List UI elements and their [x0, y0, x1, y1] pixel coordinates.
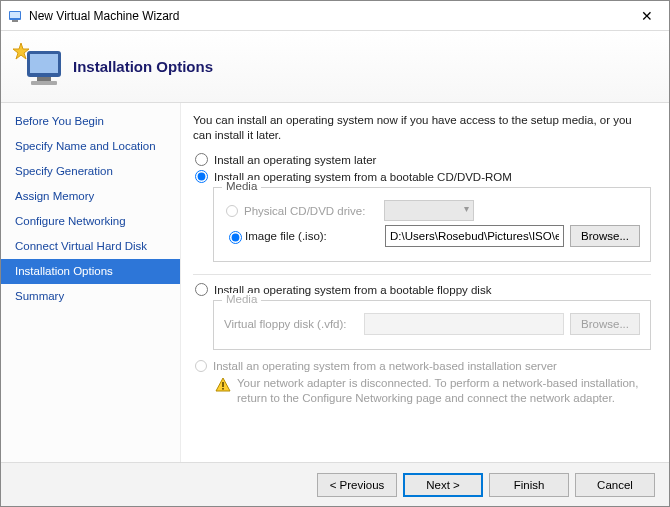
network-warning-text: Your network adapter is disconnected. To… [237, 376, 651, 406]
svg-rect-10 [222, 388, 224, 390]
option-install-later-label: Install an operating system later [214, 154, 376, 166]
radio-install-network [195, 360, 207, 372]
svg-rect-1 [10, 12, 20, 18]
browse-iso-button[interactable]: Browse... [570, 225, 640, 247]
app-icon [7, 8, 23, 24]
floppy-media-legend: Media [222, 293, 261, 305]
physical-drive-label: Physical CD/DVD drive: [244, 205, 384, 217]
close-button[interactable]: ✕ [624, 1, 669, 30]
svg-rect-2 [12, 20, 18, 22]
intro-text: You can install an operating system now … [193, 113, 651, 143]
radio-image-file[interactable] [229, 231, 242, 244]
radio-install-floppy[interactable] [195, 283, 208, 296]
svg-marker-3 [13, 43, 29, 59]
step-specify-generation[interactable]: Specify Generation [1, 159, 180, 184]
step-configure-networking[interactable]: Configure Networking [1, 209, 180, 234]
floppy-media-group: Media Virtual floppy disk (.vfd): Browse… [213, 300, 651, 350]
step-summary[interactable]: Summary [1, 284, 180, 309]
option-install-floppy[interactable]: Install an operating system from a boota… [193, 283, 651, 296]
svg-rect-9 [222, 382, 224, 387]
separator [193, 274, 651, 275]
content-panel: You can install an operating system now … [181, 103, 669, 462]
option-install-network-label: Install an operating system from a netwo… [213, 360, 557, 372]
floppy-file-path-input [364, 313, 564, 335]
cancel-button[interactable]: Cancel [575, 473, 655, 497]
step-specify-name-location[interactable]: Specify Name and Location [1, 134, 180, 159]
warning-icon [215, 377, 231, 393]
svg-rect-5 [30, 54, 58, 73]
svg-rect-7 [31, 81, 57, 85]
next-button[interactable]: Next > [403, 473, 483, 497]
option-install-later[interactable]: Install an operating system later [193, 153, 651, 166]
wizard-footer: < Previous Next > Finish Cancel [1, 462, 669, 506]
cd-media-group: Media Physical CD/DVD drive: Image file … [213, 187, 651, 262]
step-assign-memory[interactable]: Assign Memory [1, 184, 180, 209]
sidebar: Before You Begin Specify Name and Locati… [1, 103, 181, 462]
previous-button[interactable]: < Previous [317, 473, 397, 497]
page-title: Installation Options [73, 58, 213, 75]
floppy-file-label: Virtual floppy disk (.vfd): [224, 318, 364, 330]
wizard-window: New Virtual Machine Wizard ✕ Installatio… [0, 0, 670, 507]
browse-vfd-button: Browse... [570, 313, 640, 335]
svg-rect-6 [37, 77, 51, 81]
option-install-cd[interactable]: Install an operating system from a boota… [193, 170, 651, 183]
wizard-body: Before You Begin Specify Name and Locati… [1, 103, 669, 462]
step-before-you-begin[interactable]: Before You Begin [1, 109, 180, 134]
wizard-header-icon [9, 39, 69, 94]
step-connect-virtual-hard-disk[interactable]: Connect Virtual Hard Disk [1, 234, 180, 259]
image-file-label: Image file (.iso): [245, 230, 385, 242]
window-title: New Virtual Machine Wizard [29, 9, 624, 23]
radio-install-cd[interactable] [195, 170, 208, 183]
step-installation-options[interactable]: Installation Options [1, 259, 180, 284]
network-warning: Your network adapter is disconnected. To… [215, 376, 651, 406]
image-file-path-input[interactable] [385, 225, 564, 247]
finish-button[interactable]: Finish [489, 473, 569, 497]
wizard-header: Installation Options [1, 31, 669, 103]
physical-drive-dropdown [384, 200, 474, 221]
title-bar: New Virtual Machine Wizard ✕ [1, 1, 669, 31]
radio-install-later[interactable] [195, 153, 208, 166]
radio-physical-drive [226, 205, 238, 217]
option-install-network: Install an operating system from a netwo… [193, 360, 651, 372]
cd-media-legend: Media [222, 180, 261, 192]
